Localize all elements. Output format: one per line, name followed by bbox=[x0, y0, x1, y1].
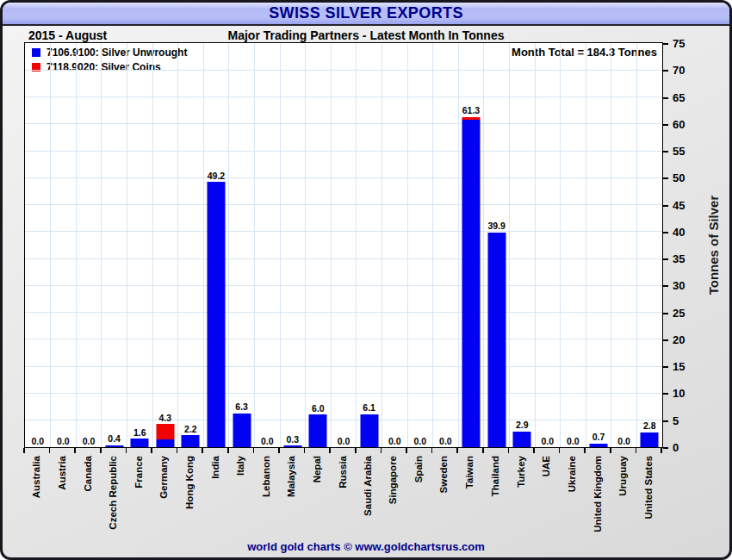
x-tick-mark bbox=[227, 448, 229, 453]
y-tick-mark bbox=[663, 205, 668, 207]
y-tick-label: 15 bbox=[673, 360, 685, 374]
x-category-label: Canada bbox=[83, 456, 94, 492]
bar-value-label: 6.0 bbox=[312, 403, 325, 414]
x-category-label: Ukraine bbox=[567, 456, 578, 492]
x-tick-mark bbox=[304, 448, 306, 453]
y-axis-title: Tonnes of Silver bbox=[707, 196, 722, 296]
y-tick-mark bbox=[663, 313, 668, 314]
y-tick-mark bbox=[663, 232, 668, 233]
x-tick-mark bbox=[610, 448, 611, 453]
y-tick-label: 45 bbox=[673, 199, 685, 213]
x-tick-mark bbox=[278, 448, 280, 453]
bar-segment-unwrought bbox=[589, 444, 607, 447]
bar-segment-coins bbox=[156, 424, 174, 439]
bar-value-label: 0.7 bbox=[592, 432, 605, 442]
bar-segment-unwrought bbox=[513, 432, 531, 447]
x-category-label: Spain bbox=[413, 456, 425, 482]
bar-value-label: 4.3 bbox=[158, 413, 171, 423]
x-tick-mark bbox=[559, 448, 561, 453]
y-tick-label: 60 bbox=[673, 118, 685, 132]
bar-segment-unwrought bbox=[105, 445, 123, 448]
bar-slot: 0.0 bbox=[535, 43, 561, 447]
y-tick-label: 35 bbox=[673, 252, 685, 266]
bar-segment-unwrought bbox=[233, 414, 251, 447]
x-category-label: Czech Republic bbox=[108, 456, 119, 530]
bar-segment-unwrought bbox=[131, 439, 149, 447]
bar-value-label: 49.2 bbox=[208, 171, 225, 181]
bar-segment-unwrought bbox=[182, 435, 200, 447]
y-tick-label: 10 bbox=[673, 387, 685, 401]
x-tick-mark bbox=[381, 448, 382, 453]
y-tick-label: 70 bbox=[673, 64, 685, 78]
x-category-label: Taiwan bbox=[465, 456, 476, 488]
bar-value-label: 0.4 bbox=[108, 433, 121, 444]
y-tick-label: 55 bbox=[673, 145, 685, 159]
y-tick-label: 25 bbox=[673, 307, 685, 320]
y-tick-mark bbox=[663, 97, 668, 99]
x-axis: AustraliaAustriaCanadaCzech RepublicFran… bbox=[24, 448, 663, 548]
bar-segment-unwrought bbox=[283, 445, 301, 447]
y-tick-label: 50 bbox=[673, 171, 685, 185]
x-category-label: United States bbox=[643, 456, 654, 520]
bar-value-label: 0.3 bbox=[286, 434, 299, 445]
bar-value-label: 61.3 bbox=[462, 105, 480, 115]
y-tick-mark bbox=[663, 393, 668, 395]
bar-value-label: 2.9 bbox=[516, 420, 529, 430]
y-tick-label: 5 bbox=[673, 414, 679, 428]
bar-value-label: 0.0 bbox=[439, 436, 452, 446]
bar-value-label: 39.9 bbox=[487, 221, 505, 231]
bar-slot: 49.2 bbox=[203, 43, 229, 447]
footer-credit: world gold charts © www.goldchartsrus.co… bbox=[3, 540, 729, 553]
bar-slot: 0.3 bbox=[280, 43, 306, 447]
y-tick-mark bbox=[663, 151, 668, 152]
bar-segment-unwrought bbox=[360, 414, 378, 447]
bar-value-label: 0.0 bbox=[541, 436, 554, 446]
x-category-label: Singapore bbox=[388, 456, 400, 504]
x-category-label: Thailand bbox=[490, 456, 501, 496]
bar-slot: 0.0 bbox=[407, 43, 433, 447]
bar-slot: 0.4 bbox=[102, 43, 127, 447]
bar-slot: 0.0 bbox=[25, 43, 51, 447]
x-tick-mark bbox=[406, 448, 407, 453]
y-tick-label: 75 bbox=[673, 37, 685, 51]
bar-value-label: 0.0 bbox=[617, 436, 630, 446]
y-tick-mark bbox=[663, 177, 668, 179]
bar-value-label: 0.0 bbox=[388, 436, 401, 446]
bar-segment-unwrought bbox=[641, 432, 659, 448]
bar-slot: 61.3 bbox=[458, 43, 484, 447]
bar-value-label: 0.0 bbox=[57, 436, 70, 446]
bar-slot: 2.9 bbox=[509, 43, 535, 447]
x-tick-mark bbox=[74, 448, 76, 453]
x-category-label: Austria bbox=[57, 456, 68, 490]
plot-area: 7106.9100: Silver Unwrought 7118.9020: S… bbox=[24, 42, 663, 448]
y-tick-label: 40 bbox=[673, 226, 685, 240]
bar-slot: 0.0 bbox=[76, 43, 102, 447]
y-tick-mark bbox=[663, 43, 668, 45]
x-tick-mark bbox=[431, 448, 433, 453]
x-tick-mark bbox=[584, 448, 586, 453]
y-tick-label: 0 bbox=[673, 441, 679, 455]
x-tick-mark bbox=[202, 448, 203, 453]
y-tick-label: 20 bbox=[673, 333, 685, 347]
x-tick-mark bbox=[177, 448, 178, 453]
y-tick-mark bbox=[663, 70, 668, 72]
x-category-label: Uruguay bbox=[617, 456, 629, 496]
bar-slot: 0.0 bbox=[51, 43, 77, 447]
bar-segment-unwrought bbox=[462, 120, 480, 447]
x-category-label: Sweden bbox=[439, 456, 450, 493]
y-tick-mark bbox=[663, 366, 668, 368]
bar-segment-unwrought bbox=[309, 414, 327, 447]
bar-slot: 0.0 bbox=[331, 43, 357, 447]
bar-slot: 6.0 bbox=[306, 43, 332, 447]
subheader-row: 2015 - August Major Trading Partners - L… bbox=[3, 28, 729, 42]
x-tick-mark bbox=[253, 448, 255, 453]
y-tick-mark bbox=[663, 285, 668, 287]
x-category-label: Australia bbox=[31, 456, 42, 498]
bar-value-label: 1.6 bbox=[133, 427, 146, 438]
y-tick-mark bbox=[663, 339, 668, 341]
bar-slot: 0.0 bbox=[611, 43, 637, 447]
bar-value-label: 0.0 bbox=[413, 436, 426, 446]
page-title: SWISS SILVER EXPORTS bbox=[269, 4, 463, 22]
x-tick-mark bbox=[23, 448, 25, 453]
x-category-label: Hong Kong bbox=[184, 456, 195, 509]
